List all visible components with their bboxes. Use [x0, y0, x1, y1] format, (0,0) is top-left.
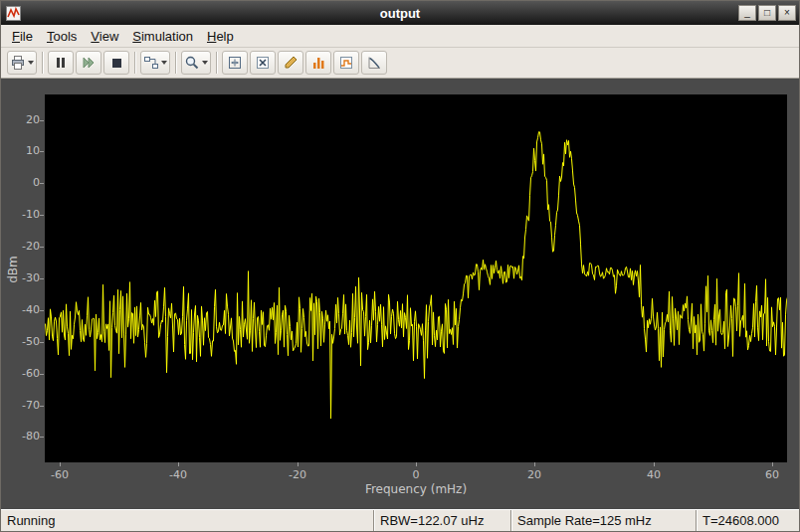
y-tick: [40, 374, 44, 375]
x-tick: [298, 462, 299, 466]
toolbar: [1, 48, 799, 79]
spectrum-canvas[interactable]: [45, 94, 787, 462]
maximize-button[interactable]: □: [758, 5, 776, 21]
y-tick-label: 10: [3, 144, 40, 157]
toolbar-separator: [134, 52, 135, 74]
y-tick: [40, 278, 44, 279]
magnifier-icon: [184, 55, 200, 71]
pause-icon: [53, 55, 69, 71]
x-tick: [178, 462, 179, 466]
y-tick-label: -80: [3, 430, 40, 443]
zoom-button[interactable]: [181, 51, 211, 75]
x-axis-label: Frequency (mHz): [45, 482, 787, 496]
step-forward-button[interactable]: [76, 51, 101, 75]
y-tick-label: -60: [3, 367, 40, 380]
y-tick: [40, 120, 44, 121]
menu-tools[interactable]: Tools: [40, 26, 84, 47]
cursor-x-icon: [255, 55, 271, 71]
peak-finder-button[interactable]: [278, 51, 303, 75]
y-tick-label: -50: [3, 335, 40, 348]
simulink-blocks-icon: [143, 55, 159, 71]
titlebar[interactable]: output _ □ ×: [1, 1, 799, 25]
y-tick: [40, 247, 44, 248]
y-tick-label: -20: [3, 240, 40, 253]
y-tick: [40, 215, 44, 216]
toolbar-separator: [42, 52, 43, 74]
cursor-measurements-button[interactable]: [250, 51, 276, 75]
status-time: T=24608.000: [696, 510, 799, 531]
menubar: File Tools View Simulation Help: [1, 25, 799, 48]
plot-region: dBm Frequency (mHz) -60-40-2002040602010…: [1, 79, 799, 509]
y-tick-label: 20: [3, 113, 40, 126]
x-tick-label: -20: [280, 468, 315, 481]
x-tick-label: 0: [398, 468, 434, 481]
dropdown-caret-icon: [161, 61, 167, 65]
x-tick-label: 60: [754, 468, 790, 481]
y-tick-label: -30: [3, 271, 40, 284]
mask-steps-icon: [338, 55, 354, 71]
model-settings-button[interactable]: [140, 51, 170, 75]
y-tick-label: -10: [3, 208, 40, 221]
status-sample-rate: Sample Rate=125 mHz: [510, 510, 696, 531]
status-rbw: RBW=122.07 uHz: [373, 510, 510, 531]
y-tick: [40, 437, 44, 438]
x-tick-label: 20: [516, 468, 552, 481]
ccdf-button[interactable]: [361, 51, 387, 75]
y-tick: [40, 310, 44, 311]
close-button[interactable]: ×: [778, 5, 796, 21]
window-controls: _ □ ×: [738, 5, 799, 21]
scale-axes-icon: [227, 55, 243, 71]
status-state: Running: [1, 513, 55, 528]
spectral-mask-button[interactable]: [333, 51, 359, 75]
statusbar: Running RBW=122.07 uHz Sample Rate=125 m…: [1, 509, 799, 531]
spectrum-analyzer-window: output _ □ × File Tools View Simulation …: [0, 0, 800, 532]
minimize-button[interactable]: _: [738, 5, 756, 21]
y-tick-label: -40: [3, 303, 40, 316]
y-tick: [40, 183, 44, 184]
scope-icon: [6, 6, 21, 21]
menu-file[interactable]: File: [5, 26, 40, 47]
menu-view[interactable]: View: [84, 26, 125, 47]
stop-button[interactable]: [103, 51, 129, 75]
menu-simulation[interactable]: Simulation: [125, 26, 200, 47]
pause-button[interactable]: [48, 51, 74, 75]
toolbar-separator: [216, 52, 217, 74]
x-tick: [534, 462, 535, 466]
distortion-measurements-button[interactable]: [305, 51, 331, 75]
y-tick: [40, 342, 44, 343]
dropdown-caret-icon: [28, 61, 34, 65]
x-tick-label: 40: [636, 468, 672, 481]
window-title: output: [1, 6, 799, 21]
y-tick: [40, 406, 44, 407]
x-tick-label: -40: [160, 468, 196, 481]
printer-icon: [10, 55, 26, 71]
x-tick: [772, 462, 773, 466]
y-tick-label: 0: [3, 176, 40, 189]
step-forward-icon: [81, 55, 97, 71]
dropdown-caret-icon: [202, 61, 208, 65]
x-tick: [416, 462, 417, 466]
y-tick-label: -70: [3, 399, 40, 412]
stop-icon: [108, 55, 124, 71]
orange-bars-icon: [310, 55, 326, 71]
pencil-icon: [283, 55, 299, 71]
menu-help[interactable]: Help: [200, 26, 241, 47]
falling-curve-icon: [366, 55, 382, 71]
scale-axes-button[interactable]: [222, 51, 248, 75]
app-icon: [6, 5, 22, 21]
print-button[interactable]: [7, 51, 37, 75]
y-tick: [40, 151, 44, 152]
x-tick: [654, 462, 655, 466]
toolbar-separator: [175, 52, 176, 74]
x-tick-label: -60: [42, 468, 78, 481]
x-tick: [60, 462, 61, 466]
